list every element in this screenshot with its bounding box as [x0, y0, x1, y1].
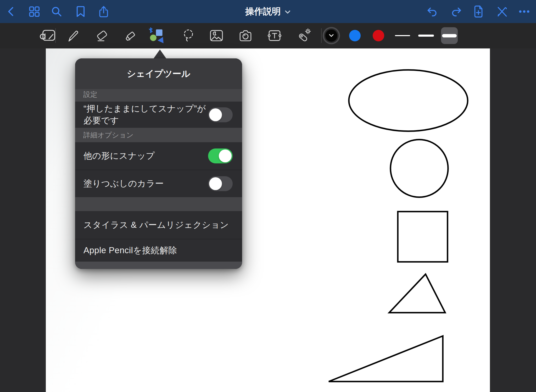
tool-lasso[interactable]: [181, 28, 196, 43]
tool-highlighter[interactable]: [123, 28, 138, 43]
chevron-down-icon: [284, 10, 291, 14]
add-page-button[interactable]: [473, 5, 484, 18]
sparkle-icon: [305, 29, 310, 34]
setting-label: 他の形にスナップ: [83, 150, 208, 162]
search-button[interactable]: [51, 6, 62, 17]
drawn-square: [398, 212, 448, 262]
toolbar-divider: [321, 28, 322, 43]
tools-toolbar: [0, 23, 536, 48]
pen-crossed-icon: [496, 5, 508, 18]
laser-pointer-icon: [296, 28, 311, 43]
shape-tool-icon: [149, 27, 166, 44]
setting-row-fill-color[interactable]: 塗りつぶしのカラー: [75, 170, 242, 197]
thickness-thin[interactable]: [395, 35, 410, 36]
ellipsis-icon: [518, 10, 530, 13]
share-icon: [98, 5, 109, 18]
fill-color-toggle[interactable]: [208, 176, 233, 191]
bluetooth-icon: [149, 28, 152, 33]
share-button[interactable]: [98, 5, 109, 18]
drawn-triangle: [389, 274, 445, 313]
action-label: Apple Pencilを接続解除: [83, 245, 233, 256]
bookmark-icon: [75, 5, 86, 18]
undo-icon: [426, 6, 438, 17]
tool-image[interactable]: [209, 29, 224, 43]
toggle-knob: [209, 108, 222, 121]
setting-label: 塗りつぶしのカラー: [83, 178, 208, 190]
toggle-knob: [219, 150, 232, 162]
snap-to-shapes-toggle[interactable]: [208, 148, 233, 163]
shape-tool-popover: シェイプツール 設定 “押したままにしてスナップ”が必要です 詳細オプション 他…: [75, 58, 242, 269]
popover-title: シェイプツール: [75, 58, 242, 89]
toggle-knob: [209, 177, 222, 190]
lasso-icon: [181, 28, 196, 43]
drawn-ellipse: [349, 70, 468, 131]
grid-icon: [29, 6, 40, 17]
pen-mode-toggle[interactable]: [39, 28, 57, 43]
thickness-medium[interactable]: [418, 35, 434, 37]
search-icon: [51, 6, 62, 17]
image-icon: [209, 29, 224, 43]
thumbnails-button[interactable]: [29, 6, 40, 17]
tool-laser-pointer[interactable]: [296, 28, 311, 43]
popover-arrow: [154, 49, 166, 58]
disable-pen-button[interactable]: [496, 5, 508, 18]
redo-button[interactable]: [450, 6, 462, 17]
add-page-icon: [473, 5, 484, 18]
back-chevron-icon: [7, 6, 15, 17]
tool-shape[interactable]: [149, 27, 166, 44]
highlighter-icon: [123, 28, 138, 43]
chevron-down-icon: [329, 34, 334, 37]
setting-row-snap-to-shapes[interactable]: 他の形にスナップ: [75, 142, 242, 170]
drawn-right-triangle: [329, 336, 443, 382]
toolbar-divider: [55, 28, 56, 43]
popover-bottom-band: [75, 262, 242, 269]
section-label: 詳細オプション: [83, 130, 133, 140]
more-options-button[interactable]: [518, 10, 530, 13]
setting-row-hold-to-snap[interactable]: “押したままにしてスナップ”が必要です: [75, 102, 242, 128]
setting-label: “押したままにしてスナップ”が必要です: [83, 103, 208, 126]
color-swatch-blue[interactable]: [349, 30, 361, 41]
undo-button[interactable]: [426, 6, 438, 17]
redo-icon: [450, 6, 462, 17]
tool-eraser[interactable]: [95, 28, 110, 43]
camera-icon: [238, 29, 253, 42]
read-write-mode-icon: [39, 28, 57, 43]
text-icon: [267, 29, 282, 43]
section-label: 設定: [83, 90, 97, 99]
document-title[interactable]: 操作説明: [245, 5, 291, 18]
pen-icon: [66, 28, 81, 43]
section-header-settings: 設定: [75, 89, 242, 102]
tool-pen[interactable]: [66, 28, 81, 43]
drawn-circle: [390, 140, 448, 197]
hold-to-snap-toggle[interactable]: [208, 107, 233, 122]
tool-text[interactable]: [267, 29, 282, 43]
goodnotes-app: 操作説明: [0, 0, 536, 392]
thickness-thick-selected[interactable]: [441, 27, 458, 44]
stylus-palm-rejection-row[interactable]: スタイラス & パームリジェクション: [75, 211, 242, 239]
section-spacer: [75, 197, 242, 211]
color-swatch-black-selected[interactable]: [325, 30, 337, 42]
eraser-icon: [95, 28, 110, 43]
page-title: 操作説明: [245, 5, 281, 18]
disconnect-apple-pencil-row[interactable]: Apple Pencilを接続解除: [75, 239, 242, 262]
color-swatch-red[interactable]: [373, 30, 384, 41]
section-header-advanced: 詳細オプション: [75, 128, 242, 142]
top-navigation-bar: 操作説明: [0, 0, 536, 23]
back-button[interactable]: [7, 6, 15, 17]
tool-camera[interactable]: [238, 29, 253, 42]
action-label: スタイラス & パームリジェクション: [83, 219, 233, 231]
bookmark-button[interactable]: [75, 5, 86, 18]
